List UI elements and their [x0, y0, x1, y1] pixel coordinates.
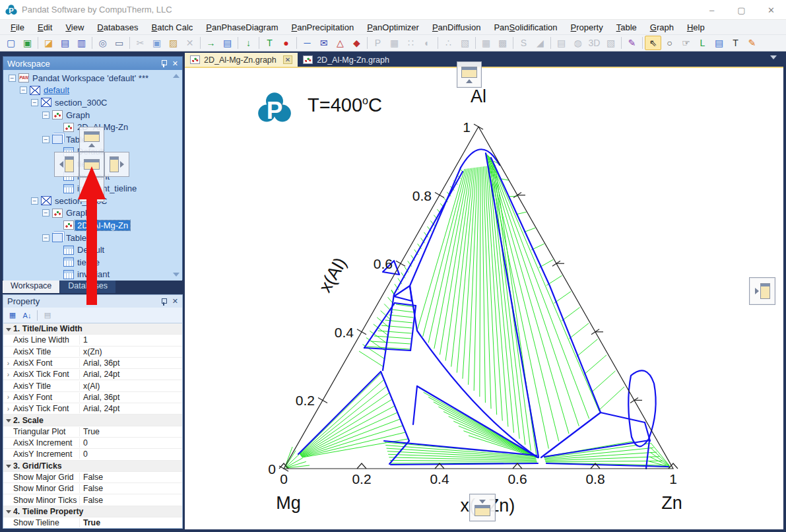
pin-icon[interactable] [160, 298, 167, 306]
batch-editor-icon[interactable]: ▤ [219, 36, 236, 50]
dock-tab-left-guide[interactable] [54, 152, 79, 177]
edit-pencil-icon[interactable]: ✎ [744, 36, 760, 50]
document-tab-2d-al-mg-zn-graph[interactable]: 2D_Al-Mg-Zn.graph✕ [185, 53, 298, 67]
property-row-show-minor-grid[interactable]: Show Minor GridFalse [3, 483, 182, 494]
dock-bottom-guide[interactable] [469, 494, 496, 521]
property-category-2-scale[interactable]: 2. Scale [3, 415, 182, 426]
expander-icon[interactable]: − [31, 197, 38, 205]
menu-item-graph[interactable]: Graph [643, 21, 680, 34]
property-row-axisx-font[interactable]: ›AxisX FontArial, 36pt [3, 358, 182, 369]
categorized-icon[interactable]: ▦ [5, 309, 20, 322]
tree-item-graph[interactable]: −Graph [3, 207, 182, 220]
line-style-icon[interactable]: ─ [299, 36, 315, 50]
property-row-axisx-tick-font[interactable]: ›AxisX Tick FontArial, 24pt [3, 369, 182, 380]
property-value[interactable]: Arial, 36pt [79, 393, 182, 402]
import-icon[interactable]: ↓ [240, 36, 257, 50]
tree-item-table[interactable]: −Table [3, 232, 182, 244]
panel-tab-workspace[interactable]: Workspace [3, 281, 59, 293]
property-value[interactable]: x(Zn) [79, 347, 182, 356]
property-category-1-title-line-width[interactable]: 1. Title/Line Width [3, 323, 182, 335]
expander-icon[interactable]: − [31, 99, 38, 106]
menu-item-panprecipitation[interactable]: PanPrecipitation [284, 21, 360, 34]
property-value[interactable]: 1 [79, 335, 182, 345]
record-macro-icon[interactable]: ● [278, 36, 294, 50]
property-row-axisy-tick-font[interactable]: ›AxisY Tick FontArial, 24pt [3, 403, 182, 415]
print-preview-icon[interactable]: ◎ [94, 36, 111, 50]
dock-top-guide[interactable] [457, 61, 482, 88]
menu-item-panphasediagram[interactable]: PanPhaseDiagram [199, 21, 284, 34]
property-row-axisx-title[interactable]: AxisX Titlex(Zn) [3, 347, 182, 358]
property-value[interactable]: False [79, 496, 182, 505]
tdb-viewer-icon[interactable]: T [261, 36, 278, 50]
expander-icon[interactable]: − [9, 75, 16, 82]
pin-icon[interactable] [160, 59, 167, 67]
menu-item-databases[interactable]: Databases [90, 21, 145, 34]
property-value[interactable]: True [79, 518, 182, 527]
expand-chevron-icon[interactable]: › [3, 393, 13, 401]
panel-tab-databases[interactable]: Databases [60, 281, 115, 293]
tree-item-section-300c[interactable]: −section_300C [3, 96, 182, 109]
property-row-show-major-grid[interactable]: Show Major GridFalse [3, 472, 182, 483]
property-value[interactable]: x(Al) [79, 382, 182, 391]
property-value[interactable]: Arial, 24pt [79, 404, 182, 413]
scroll-up-icon[interactable] [173, 74, 180, 78]
tree-item-pandat-workspace-default-[interactable]: −PANPandat Workspace 'default' *** [3, 72, 182, 84]
property-row-show-tieline[interactable]: Show TielineTrue [3, 517, 182, 529]
tree-item-2d-al-mg-zn[interactable]: 2D_Al-Mg-Zn [3, 219, 182, 232]
paste-icon[interactable]: ▨ [165, 36, 181, 50]
print-icon[interactable]: ▭ [111, 36, 127, 50]
graph-settings-icon[interactable]: ✎ [624, 36, 640, 50]
menu-item-property[interactable]: Property [564, 21, 610, 34]
tree-item-invariant[interactable]: invariant [3, 269, 182, 281]
dock-tab-center-guide[interactable] [79, 152, 104, 177]
menu-item-batch-calc[interactable]: Batch Calc [145, 21, 199, 34]
expander-icon[interactable]: − [42, 234, 49, 242]
dock-right-guide[interactable] [749, 277, 775, 305]
expand-chevron-icon[interactable]: › [3, 360, 13, 367]
tree-item-graph[interactable]: −Graph [3, 109, 182, 121]
tab-list-caret-icon[interactable] [770, 55, 777, 59]
dock-tab-bottom-guide[interactable] [79, 177, 104, 202]
run-batch-icon[interactable]: → [203, 36, 219, 50]
fill-color-icon[interactable]: ◆ [348, 36, 365, 50]
property-row-axisy-font[interactable]: ›AxisY FontArial, 36pt [3, 392, 182, 403]
collapse-chevron-icon[interactable] [3, 325, 13, 333]
property-row-axisy-title[interactable]: AxisY Titlex(Al) [3, 380, 182, 391]
menu-item-edit[interactable]: Edit [31, 21, 59, 34]
property-value[interactable]: 0 [79, 438, 182, 448]
property-row-axisx-increment[interactable]: AxisX Increment0 [3, 438, 182, 449]
close-tab-icon[interactable]: ✕ [283, 55, 292, 64]
collapse-chevron-icon[interactable] [3, 462, 13, 469]
property-category-3-grid-ticks[interactable]: 3. Grid/Ticks [3, 461, 182, 472]
menu-item-file[interactable]: File [4, 21, 31, 34]
menu-item-panoptimizer[interactable]: PanOptimizer [360, 21, 426, 34]
tree-item-tieline[interactable]: tieline [3, 256, 182, 269]
collapse-chevron-icon[interactable] [3, 508, 13, 515]
collapse-chevron-icon[interactable] [3, 416, 13, 424]
minimize-button[interactable]: – [697, 0, 727, 20]
property-value[interactable]: False [79, 473, 182, 482]
sort-az-icon[interactable]: A↓ [20, 309, 34, 322]
expander-icon[interactable]: − [42, 136, 49, 143]
open-workspace-icon[interactable]: ▣ [19, 36, 36, 50]
tree-item-default[interactable]: Default [3, 244, 182, 256]
legend-icon[interactable]: L [694, 36, 711, 50]
property-category-4-tieline-property[interactable]: 4. Tieline Property [3, 506, 182, 517]
save-all-icon[interactable]: ▥ [73, 36, 90, 50]
expand-chevron-icon[interactable]: › [3, 405, 13, 413]
expand-chevron-icon[interactable]: › [3, 371, 13, 378]
close-panel-icon[interactable]: ✕ [172, 60, 178, 67]
section-calc-icon[interactable]: ✉ [315, 36, 332, 50]
property-value[interactable]: Arial, 24pt [79, 370, 182, 379]
menu-item-view[interactable]: View [59, 21, 90, 34]
menu-item-pandiffusion[interactable]: PanDiffusion [426, 21, 487, 34]
graph-canvas[interactable]: 10.80.60.40.2000.20.40.60.81AlMgZnx(Al)x… [185, 68, 783, 529]
menu-item-help[interactable]: Help [680, 21, 711, 34]
menu-item-table[interactable]: Table [610, 21, 643, 34]
new-workspace-icon[interactable]: ▢ [3, 36, 19, 50]
scroll-down-icon[interactable] [173, 273, 180, 277]
expander-icon[interactable]: − [20, 86, 27, 94]
close-panel-icon[interactable]: ✕ [172, 298, 178, 305]
ternary-plot-icon[interactable]: △ [332, 36, 348, 50]
save-icon[interactable]: ▤ [57, 36, 73, 50]
